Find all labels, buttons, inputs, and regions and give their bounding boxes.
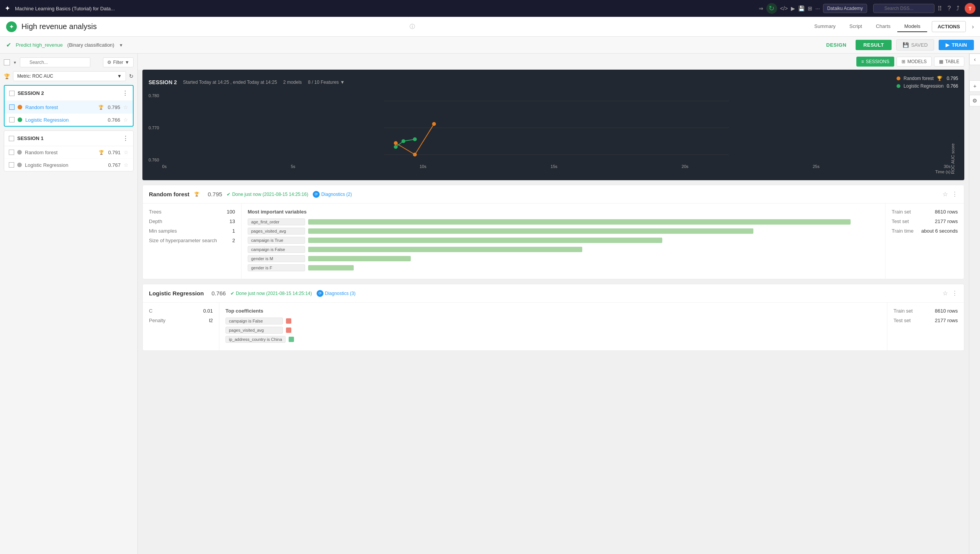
rf1-color-dot: [17, 150, 22, 155]
lr-param-c: C 0.01: [149, 308, 213, 314]
x-tick-5: 5s: [291, 164, 296, 169]
session-2-checkbox[interactable]: [9, 91, 15, 96]
lr2-name[interactable]: Logistic Regression: [25, 117, 105, 123]
rf-vars-title: Most important variables: [248, 209, 879, 215]
avatar[interactable]: T: [965, 3, 975, 14]
lr-stats: Train set 8610 rows Test set 2177 rows: [887, 303, 964, 350]
lr-diagnostics-button[interactable]: ⟳ Diagnostics (3): [317, 290, 356, 297]
rf-var-label-4: campaign is False: [248, 246, 305, 253]
lr-coef-bar-3: [289, 337, 294, 342]
actions-button[interactable]: ACTIONS: [932, 21, 966, 32]
features-dropdown-icon: ▼: [340, 80, 345, 85]
rf1-star-icon[interactable]: ☆: [124, 149, 129, 155]
train-button[interactable]: ▶ TRAIN: [939, 40, 974, 50]
grid-apps-icon[interactable]: ⠿: [938, 5, 942, 12]
lr-coef-bar-2: [286, 328, 291, 333]
svg-point-5: [432, 122, 436, 126]
session-2-header: SESSION 2 ⋮: [5, 86, 133, 101]
result-button[interactable]: RESULT: [856, 40, 892, 50]
settings-right-button[interactable]: ⚙: [969, 95, 980, 106]
session-1-menu-icon[interactable]: ⋮: [122, 135, 129, 142]
search-input[interactable]: [873, 4, 934, 13]
table-view-button[interactable]: ▦ TABLE: [934, 57, 964, 67]
side-collapse-icon[interactable]: ›: [972, 23, 974, 30]
help-icon[interactable]: ?: [947, 5, 951, 12]
session-2-menu-icon[interactable]: ⋮: [122, 90, 128, 97]
x-tick-0: 0s: [162, 164, 167, 169]
predict-dropdown-icon[interactable]: ▼: [119, 43, 123, 47]
info-icon[interactable]: ⓘ: [410, 23, 415, 30]
chart-session-label: SESSION 2: [149, 79, 177, 85]
lr2-checkbox[interactable]: [9, 117, 15, 122]
rf-diagnostics-button[interactable]: ⟳ Diagnostics (2): [313, 191, 352, 198]
rf-param-trees: Trees 100: [149, 209, 235, 215]
select-all-checkbox[interactable]: [4, 59, 10, 65]
refresh-icon[interactable]: ↻: [766, 3, 777, 14]
lr-stat-testset: Test set 2177 rows: [893, 318, 958, 323]
chart-with-axes: 0.780 0.770 0.760: [149, 93, 958, 174]
filter-dropdown-icon: ▼: [125, 60, 129, 65]
rf-var-bar-1: [308, 219, 879, 225]
saved-button[interactable]: 💾 SAVED: [896, 39, 934, 51]
checkbox-dropdown-icon[interactable]: ▼: [13, 60, 17, 65]
tab-models[interactable]: Models: [897, 21, 927, 32]
filter-bar: ▼ 🔍 ⚙ Filter ▼: [4, 57, 134, 67]
lr-coef-3: ip_address_country is China: [225, 336, 881, 343]
filter-icon: ⚙: [107, 60, 111, 65]
code-icon[interactable]: </>: [780, 5, 788, 11]
lr-star-icon[interactable]: ☆: [942, 290, 948, 297]
svg-point-7: [401, 139, 405, 143]
session-1-checkbox[interactable]: [9, 136, 14, 141]
lr-more-icon[interactable]: ⋮: [952, 290, 958, 297]
lr1-checkbox[interactable]: [9, 162, 14, 168]
top-navigation: ✦ Machine Learning Basics (Tutorial) for…: [0, 0, 980, 17]
design-button[interactable]: DESIGN: [818, 40, 854, 50]
chart-area: SESSION 2 Started Today at 14:25 , ended…: [142, 70, 964, 180]
collapse-right-button[interactable]: ‹: [969, 54, 980, 65]
session1-lr-row: Logistic Regression 0.767 ☆: [4, 159, 133, 171]
academy-button[interactable]: Dataiku Academy: [823, 4, 867, 13]
model-search-input[interactable]: [20, 57, 90, 67]
grid-icon[interactable]: ⊞: [808, 5, 812, 11]
lr1-star-icon[interactable]: ☆: [124, 162, 129, 168]
rf-star-icon[interactable]: ☆: [942, 191, 948, 198]
logistic-regression-card: Logistic Regression 0.766 ✔ Done just no…: [142, 284, 964, 351]
play-icon[interactable]: ▶: [791, 5, 795, 11]
right-edge-panel: ‹ + ⚙: [969, 54, 980, 554]
models-view-button[interactable]: ⊞ MODELS: [897, 57, 932, 67]
y-tick-1: 0.760: [149, 158, 159, 162]
save-icon[interactable]: 💾: [798, 5, 805, 11]
lr2-star-icon[interactable]: ☆: [123, 117, 128, 123]
metric-selector[interactable]: Metric: ROC AUC ▼: [13, 71, 126, 81]
app-logo-icon: ✦: [5, 4, 10, 13]
chart-features[interactable]: 8 / 10 Features ▼: [308, 80, 345, 85]
tab-summary[interactable]: Summary: [807, 21, 843, 32]
view-toggle-bar: ≡ SESSIONS ⊞ MODELS ▦ TABLE: [138, 54, 969, 70]
refresh-models-icon[interactable]: ↻: [129, 73, 134, 79]
rf2-name[interactable]: Random forest: [25, 104, 95, 110]
rf2-star-icon[interactable]: ☆: [123, 104, 128, 110]
route-icon[interactable]: ⇒: [759, 5, 763, 11]
rf-card-trophy-icon: 🏆: [194, 192, 199, 197]
lr-card-header: Logistic Regression 0.766 ✔ Done just no…: [143, 284, 964, 303]
tab-script[interactable]: Script: [843, 21, 869, 32]
rf-var-label-1: age_first_order: [248, 218, 305, 225]
tab-charts[interactable]: Charts: [869, 21, 897, 32]
svg-point-6: [394, 145, 397, 149]
lr-diag-icon: ⟳: [317, 290, 323, 297]
sessions-view-button[interactable]: ≡ SESSIONS: [856, 57, 894, 67]
rf1-checkbox[interactable]: [9, 150, 14, 155]
metric-dropdown-icon: ▼: [117, 73, 122, 79]
filter-button[interactable]: ⚙ Filter ▼: [103, 57, 134, 67]
lr-card-actions: ☆ ⋮: [942, 290, 958, 297]
legend-rf: Random forest 🏆 0.795: [897, 76, 958, 81]
rf-more-icon[interactable]: ⋮: [952, 191, 958, 198]
more-icon[interactable]: ···: [815, 5, 820, 11]
analytics-icon[interactable]: ⤴: [956, 5, 959, 12]
expand-right-button[interactable]: +: [969, 80, 980, 92]
rf-var-label-6: gender is F: [248, 264, 305, 271]
rf2-checkbox[interactable]: [9, 104, 15, 110]
lr-card-body: C 0.01 Penalty l2 Top coefficients campa…: [143, 303, 964, 350]
svg-point-3: [394, 141, 397, 145]
rf-card-score: 0.795: [208, 191, 222, 197]
